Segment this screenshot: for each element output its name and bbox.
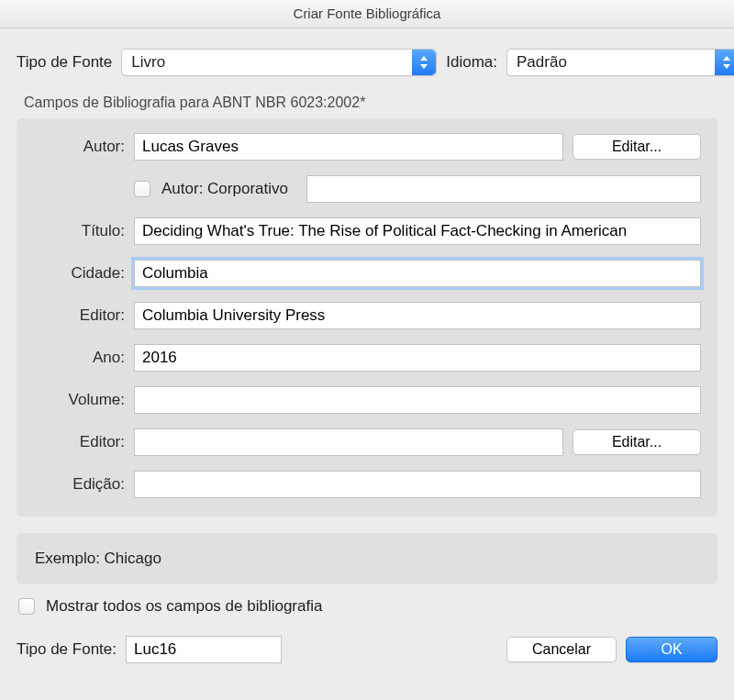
publisher-label: Editor: <box>33 306 134 325</box>
tag-label: Tipo de Fonte: <box>17 640 117 659</box>
edition-input[interactable] <box>134 471 701 498</box>
year-label: Ano: <box>33 349 134 367</box>
dialog-content: Tipo de Fonte Livro Idioma: Padrão Campo… <box>0 28 734 663</box>
fields-panel: Autor: Editar... Autor: Corporativo Títu… <box>17 118 717 517</box>
city-input[interactable] <box>134 260 701 287</box>
volume-input[interactable] <box>134 386 701 414</box>
source-type-label: Tipo de Fonte <box>17 53 112 72</box>
show-all-row[interactable]: Mostrar todos os campos de bibliografia <box>18 597 717 616</box>
author-corporate-toggle[interactable]: Autor: Corporativo <box>134 180 288 198</box>
author-input[interactable] <box>134 133 563 161</box>
editor2-label: Editor: <box>33 433 134 451</box>
row-author-corporate: Autor: Corporativo <box>33 175 701 203</box>
section-label: Campos de Bibliografia para ABNT NBR 602… <box>24 94 717 111</box>
row-city: Cidade: <box>33 260 701 287</box>
author-corporate-checkbox[interactable] <box>134 181 150 197</box>
row-volume: Volume: <box>33 386 701 414</box>
row-editor2: Editor: Editar... <box>33 428 701 456</box>
source-type-value: Livro <box>131 53 165 72</box>
show-all-checkbox[interactable] <box>18 598 35 615</box>
title-label: Título: <box>33 222 134 240</box>
footer-row: Tipo de Fonte: Cancelar OK <box>17 636 717 663</box>
year-input[interactable] <box>134 344 701 372</box>
city-label: Cidade: <box>33 264 134 283</box>
title-input[interactable] <box>134 217 701 245</box>
row-year: Ano: <box>33 344 701 372</box>
example-panel: Exemplo: Chicago <box>17 533 717 584</box>
tag-input[interactable] <box>126 636 282 663</box>
updown-icon <box>412 50 436 75</box>
row-publisher: Editor: <box>33 302 701 329</box>
author-label: Autor: <box>33 138 134 156</box>
language-label: Idioma: <box>446 53 497 72</box>
edition-label: Edição: <box>33 475 134 494</box>
updown-icon <box>715 50 734 75</box>
example-text: Exemplo: Chicago <box>35 550 161 567</box>
ok-button[interactable]: OK <box>626 637 717 662</box>
row-edition: Edição: <box>33 471 701 498</box>
top-row: Tipo de Fonte Livro Idioma: Padrão <box>17 49 717 76</box>
language-select[interactable]: Padrão <box>506 49 734 76</box>
cancel-button[interactable]: Cancelar <box>506 637 617 662</box>
row-title: Título: <box>33 217 701 245</box>
language-value: Padrão <box>517 53 567 72</box>
editor2-input[interactable] <box>134 428 563 456</box>
source-type-select[interactable]: Livro <box>121 49 437 76</box>
author-edit-button[interactable]: Editar... <box>573 134 701 160</box>
author-corporate-input[interactable] <box>306 175 701 203</box>
author-corporate-label: Autor: Corporativo <box>161 180 288 198</box>
editor2-edit-button[interactable]: Editar... <box>573 429 701 455</box>
window-titlebar: Criar Fonte Bibliográfica <box>0 0 734 28</box>
row-author: Autor: Editar... <box>33 133 701 161</box>
publisher-input[interactable] <box>134 302 701 329</box>
show-all-label: Mostrar todos os campos de bibliografia <box>46 597 322 616</box>
volume-label: Volume: <box>33 391 134 409</box>
window-title: Criar Fonte Bibliográfica <box>294 6 441 21</box>
